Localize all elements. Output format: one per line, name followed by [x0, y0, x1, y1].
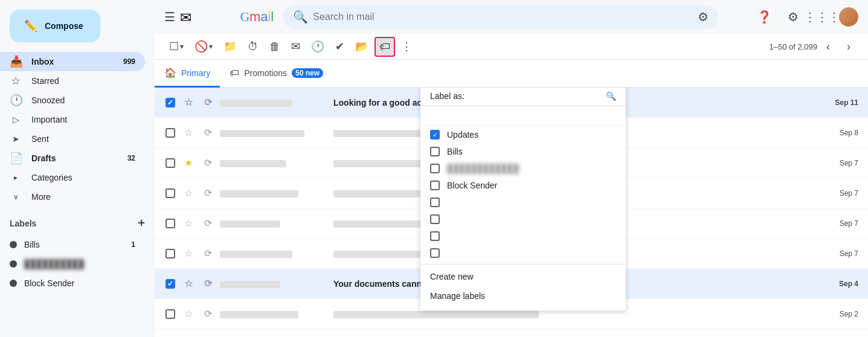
filter-icon[interactable]: ⚙ [698, 10, 709, 24]
bills-checkbox[interactable] [430, 147, 440, 156]
label-option-blank1[interactable] [420, 194, 626, 211]
label-search-input[interactable] [428, 111, 619, 121]
row-checkbox-2[interactable] [164, 128, 176, 138]
nav-inbox[interactable]: 📥 Inbox 999 [0, 52, 145, 71]
search-box[interactable]: 🔍 ⚙ [283, 5, 718, 29]
snooze-icon: ⟳ [204, 127, 212, 138]
star-button-5[interactable]: ☆ [181, 217, 196, 229]
prev-page-button[interactable]: ‹ [818, 37, 838, 56]
star-button-4[interactable]: ☆ [181, 187, 196, 199]
snooze-button-1[interactable]: ⟳ [201, 97, 215, 108]
star-button-1[interactable]: ☆ [181, 97, 196, 108]
label-option-block-sender[interactable]: Block Sender [420, 177, 626, 194]
label-button[interactable]: 🏷 [375, 37, 395, 57]
next-page-button[interactable]: › [839, 37, 858, 56]
snooze-button-8[interactable]: ⟳ [201, 308, 215, 319]
label-bills[interactable]: Bills 1 [0, 235, 145, 254]
blank3-checkbox[interactable] [430, 231, 440, 241]
nav-categories[interactable]: ▸ Categories [0, 168, 145, 187]
tab-promotions[interactable]: 🏷 Promotions 50 new [220, 60, 333, 88]
row-checkbox-3[interactable] [164, 158, 176, 168]
label-option-blank4[interactable] [420, 245, 626, 262]
archive-button[interactable]: 🚫 ▾ [190, 36, 217, 57]
label-blurred[interactable]: ██████████ [0, 254, 145, 274]
avatar[interactable] [839, 7, 858, 27]
more-vert-icon: ⋮ [401, 40, 412, 53]
snooze-button-6[interactable]: ⟳ [201, 248, 215, 259]
tab-primary[interactable]: 🏠 Primary [155, 60, 220, 88]
label-dropdown: Label as: 🔍 ✓ Updates Bills ████████████ [420, 88, 626, 310]
star-button-6[interactable]: ☆ [181, 248, 196, 259]
search-input[interactable] [313, 11, 693, 22]
hamburger-icon[interactable]: ☰ [164, 10, 175, 24]
create-new-button[interactable]: Create new [420, 267, 626, 286]
blurred-checkbox[interactable] [430, 164, 440, 173]
task-button[interactable]: ✔ [330, 36, 349, 57]
report-spam-button[interactable]: 📁 [219, 36, 242, 57]
label-option-bills[interactable]: Bills [420, 143, 626, 160]
settings-button[interactable]: ⚙ [781, 5, 805, 29]
row-checkbox-4[interactable] [164, 188, 176, 198]
help-button[interactable]: ❓ [752, 5, 776, 29]
nav-more[interactable]: ∨ More [0, 187, 145, 207]
star-button-2[interactable]: ☆ [181, 127, 196, 138]
mark-unread-button[interactable]: ✉ [286, 36, 305, 57]
dropdown-search-icon[interactable]: 🔍 [606, 91, 616, 101]
row-checkbox-7[interactable]: ✓ [164, 279, 176, 289]
row-date-2: Sep 8 [822, 129, 858, 137]
updates-checkbox[interactable]: ✓ [430, 130, 440, 140]
star-button-3[interactable]: ★ [181, 157, 196, 168]
snooze-button[interactable]: ⏱ [243, 37, 263, 57]
star-button-8[interactable]: ☆ [181, 308, 196, 319]
manage-labels-button[interactable]: Manage labels [420, 286, 626, 306]
snooze-button-4[interactable]: ⟳ [201, 187, 215, 199]
blank1-checkbox[interactable] [430, 197, 440, 207]
row-checkbox-5[interactable] [164, 219, 176, 228]
snooze-button-7[interactable]: ⟳ [201, 278, 215, 289]
move-to-button[interactable]: 📂 [350, 36, 373, 57]
row-checkbox-6[interactable] [164, 249, 176, 258]
checkbox-icon: ☐ [169, 40, 179, 53]
labels-title: Labels [10, 219, 36, 228]
nav-categories-label: Categories [31, 173, 135, 182]
snooze-button-5[interactable]: ⟳ [201, 217, 215, 229]
sender-blur [220, 311, 298, 318]
more-options-button[interactable]: ⋮ [396, 36, 417, 57]
snooze-icon: ⟳ [204, 97, 212, 108]
nav-drafts[interactable]: 📄 Drafts 32 [0, 149, 145, 168]
compose-button[interactable]: ✏️ Compose [10, 10, 100, 42]
add-label-button[interactable]: + [138, 216, 145, 230]
label-option-blank2[interactable] [420, 211, 626, 228]
compose-label: Compose [45, 21, 83, 31]
block-sender-checkbox[interactable] [430, 181, 440, 190]
snooze-button-2[interactable]: ⟳ [201, 127, 215, 138]
topbar-right: ❓ ⚙ ⋮⋮⋮ [752, 5, 858, 29]
subject-text: Your documents cann [333, 279, 422, 289]
star-empty-icon: ☆ [184, 278, 193, 289]
blank2-checkbox[interactable] [430, 214, 440, 224]
nav-important[interactable]: ▷ Important [0, 110, 145, 129]
label-option-blank3[interactable] [420, 228, 626, 245]
label-option-updates[interactable]: ✓ Updates [420, 126, 626, 143]
select-all-button[interactable]: ☐ ▾ [164, 36, 188, 57]
apps-button[interactable]: ⋮⋮⋮ [810, 5, 834, 29]
label-option-blurred[interactable]: ████████████ [420, 160, 626, 177]
sender-blur [220, 281, 280, 288]
nav-starred[interactable]: ☆ Starred [0, 71, 145, 91]
snooze-button-3[interactable]: ⟳ [201, 157, 215, 168]
row-checkbox-8[interactable] [164, 309, 176, 319]
label-block-sender[interactable]: Block Sender [0, 274, 145, 293]
row-checkbox-1[interactable]: ✓ [164, 98, 176, 108]
delete-button[interactable]: 🗑 [265, 37, 285, 57]
check-box [166, 309, 175, 319]
email-row[interactable]: ☆ ⟳ Aug 31 [155, 329, 868, 337]
star-button-7[interactable]: ☆ [181, 278, 196, 289]
snooze2-button[interactable]: 🕐 [306, 36, 329, 57]
nav-sent[interactable]: ➤ Sent [0, 129, 145, 149]
more-icon: ∨ [10, 193, 22, 201]
nav-snoozed[interactable]: 🕐 Snoozed [0, 91, 145, 110]
check-box [166, 219, 175, 228]
blank4-checkbox[interactable] [430, 248, 440, 258]
email-list: ✓ ☆ ⟳ Looking for a good ac Sep 11 ☆ ⟳ S… [155, 88, 868, 337]
nav-drafts-badge: 32 [127, 154, 135, 162]
